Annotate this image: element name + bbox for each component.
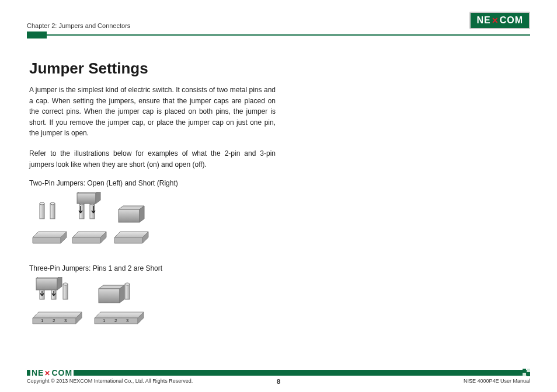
svg-point-18 (125, 283, 130, 285)
svg-rect-2 (50, 204, 55, 219)
caption-three-pin: Three-Pin Jumpers: Pins 1 and 2 are Shor… (29, 264, 276, 272)
svg-rect-8 (77, 193, 96, 204)
brand-logo-top: NE✕COM (469, 12, 530, 29)
illustration-two-pin (30, 192, 276, 249)
page-title: Jumper Settings (29, 60, 276, 78)
page-number: 8 (277, 378, 280, 385)
manual-name: NISE 4000P4E User Manual (464, 378, 530, 384)
pin-label-3: 3 (64, 318, 67, 323)
pin-label-2b: 2 (114, 318, 117, 323)
svg-rect-16 (36, 278, 57, 290)
caption-two-pin: Two-Pin Jumpers: Open (Left) and Short (… (29, 179, 276, 187)
footer-decor-icon (523, 369, 530, 376)
pin-label-1: 1 (41, 318, 44, 323)
illustration-three-pin: 1 2 3 (30, 277, 276, 327)
svg-point-3 (50, 202, 55, 205)
svg-rect-0 (40, 204, 44, 219)
footer-rule: NE✕COM (27, 370, 530, 376)
brand-logo-footer: NE✕COM (30, 368, 74, 377)
svg-point-1 (40, 202, 44, 205)
svg-point-15 (63, 283, 68, 285)
chapter-label: Chapter 2: Jumpers and Connectors (27, 22, 130, 29)
svg-rect-9 (119, 209, 140, 222)
svg-rect-17 (125, 284, 130, 299)
intro-paragraph-2: Refer to the illustrations below for exa… (29, 148, 276, 170)
copyright-text: Copyright © 2013 NEXCOM International Co… (27, 378, 193, 384)
header-rule (27, 32, 530, 38)
intro-paragraph-1: A jumper is the simplest kind of electri… (29, 85, 276, 139)
brand-logo-box: NE✕COM (469, 12, 530, 29)
pin-label-3b: 3 (126, 318, 129, 323)
pin-label-1b: 1 (103, 318, 106, 323)
svg-rect-19 (99, 289, 120, 303)
pin-label-2: 2 (53, 318, 55, 323)
svg-rect-14 (63, 284, 68, 299)
